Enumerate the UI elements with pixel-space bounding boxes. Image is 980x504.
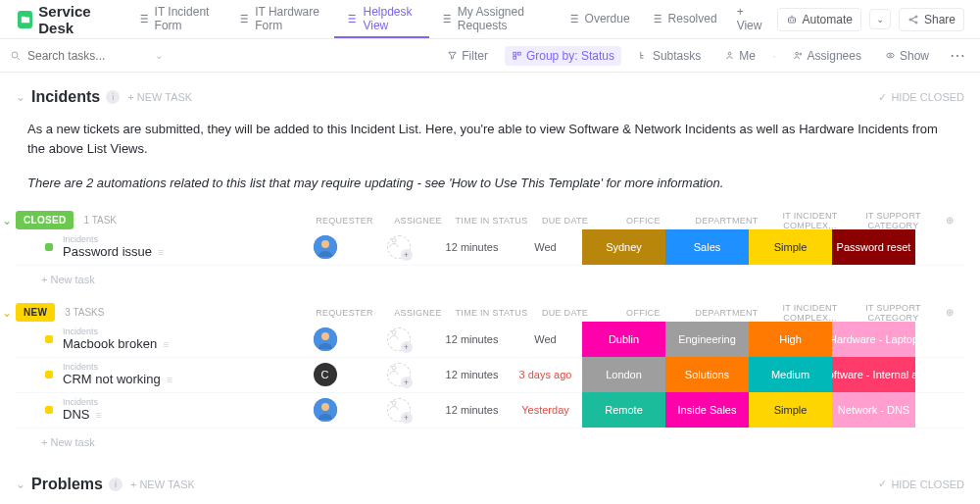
avatar[interactable]: C	[314, 363, 337, 386]
assignee-cell[interactable]	[362, 235, 435, 259]
tag-cell[interactable]: Network - DNS	[832, 392, 915, 428]
show-button[interactable]: Show	[878, 46, 936, 66]
task-row[interactable]: IncidentsCRM not working ≡C12 minutes3 d…	[16, 358, 964, 393]
assignee-cell[interactable]	[362, 328, 435, 351]
add-task-button[interactable]: + New task	[16, 266, 964, 293]
tab-resolved[interactable]: Resolved	[640, 0, 727, 38]
check-icon: ✓	[878, 478, 887, 490]
chevron-down-icon[interactable]: ⌄	[2, 306, 12, 320]
person-icon	[724, 50, 735, 61]
list-icon	[566, 12, 580, 25]
assignee-cell[interactable]	[362, 363, 435, 386]
due-date[interactable]: Wed	[509, 333, 582, 345]
avatar[interactable]	[314, 398, 337, 422]
column-header: REQUESTER	[308, 308, 381, 318]
assign-icon[interactable]	[387, 235, 411, 259]
status-badge[interactable]: CLOSED	[16, 211, 74, 229]
eye-icon	[885, 50, 896, 61]
tab-it-incident-form[interactable]: IT Incident Form	[126, 0, 227, 38]
subtasks-button[interactable]: Subtasks	[631, 46, 708, 66]
new-task-button[interactable]: + NEW TASK	[127, 91, 192, 103]
tag-cell[interactable]: Dublin	[582, 322, 665, 357]
automate-button[interactable]: Automate	[777, 8, 861, 31]
tag-cell[interactable]: Password reset	[832, 229, 915, 265]
task-name[interactable]: Password issue ≡	[63, 244, 288, 259]
tag-cell[interactable]: Solutions	[665, 357, 749, 392]
task-name[interactable]: CRM not working ≡	[63, 372, 288, 386]
due-date[interactable]: Wed	[509, 241, 582, 253]
tag-cell[interactable]: Simple	[749, 392, 832, 428]
svg-point-45	[12, 52, 18, 58]
svg-point-56	[321, 240, 329, 248]
avatar[interactable]	[314, 235, 337, 259]
assignee-cell[interactable]	[362, 398, 435, 422]
chevron-down-icon[interactable]: ⌄	[16, 478, 25, 491]
tabs: IT Incident FormIT Hardware FormHelpdesk…	[126, 0, 727, 38]
more-icon[interactable]: ⋯	[946, 46, 970, 65]
task-name[interactable]: DNS ≡	[63, 407, 288, 422]
task-row[interactable]: IncidentsDNS ≡12 minutesYesterdayRemoteI…	[16, 393, 964, 428]
tag-cell[interactable]: Engineering	[665, 322, 749, 357]
tab-overdue[interactable]: Overdue	[557, 0, 640, 38]
svg-point-53	[887, 53, 894, 58]
svg-point-63	[321, 403, 329, 411]
chevron-down-icon[interactable]: ⌄	[155, 50, 163, 61]
tab-helpdesk-view[interactable]: Helpdesk View	[334, 0, 428, 38]
tag-cell[interactable]: Software - Internal a...	[832, 357, 915, 392]
tag-cell[interactable]: London	[582, 357, 665, 392]
filter-button[interactable]: Filter	[440, 46, 495, 66]
due-date[interactable]: 3 days ago	[509, 369, 582, 380]
info-icon[interactable]: i	[106, 90, 120, 104]
group-by-button[interactable]: Group by: Status	[505, 46, 621, 66]
column-header: IT SUPPORT CATEGORY	[852, 303, 935, 323]
requester-cell: C	[288, 363, 362, 386]
group-icon	[512, 50, 522, 61]
tag-cell[interactable]: Hardware - Laptop	[832, 322, 915, 357]
me-button[interactable]: Me	[717, 46, 762, 66]
chevron-down-icon[interactable]: ⌄	[2, 214, 12, 227]
status-badge[interactable]: NEW	[16, 303, 55, 322]
search-input[interactable]	[27, 49, 145, 63]
tag-cell[interactable]: Sales	[665, 229, 749, 265]
tag-cell[interactable]: Sydney	[582, 229, 665, 265]
assign-icon[interactable]	[387, 328, 411, 351]
list-icon	[650, 12, 663, 25]
svg-point-54	[890, 55, 892, 57]
assign-icon[interactable]	[387, 363, 411, 386]
automate-caret[interactable]: ⌄	[869, 9, 891, 29]
share-button[interactable]: Share	[899, 8, 964, 31]
tag-cell[interactable]: Remote	[582, 392, 665, 428]
search-icon	[10, 50, 22, 62]
info-icon[interactable]: i	[109, 478, 122, 491]
tag-cell[interactable]: Inside Sales	[665, 392, 749, 428]
avatar[interactable]	[314, 328, 337, 351]
due-date[interactable]: Yesterday	[509, 404, 582, 416]
tag-cell[interactable]: High	[749, 322, 832, 357]
filterbar: ⌄ Filter Group by: Status Subtasks Me · …	[0, 39, 980, 73]
assignees-button[interactable]: Assignees	[786, 46, 868, 66]
tab-my-assigned-requests[interactable]: My Assigned Requests	[429, 0, 557, 38]
subtasks-icon	[638, 50, 649, 61]
column-header: TIME IN STATUS	[455, 216, 528, 226]
task-row[interactable]: IncidentsMacbook broken ≡12 minutesWedDu…	[16, 323, 964, 358]
chevron-down-icon[interactable]: ⌄	[16, 90, 25, 104]
task-name[interactable]: Macbook broken ≡	[63, 336, 288, 351]
add-column-button[interactable]: ⊕	[935, 307, 964, 318]
add-task-button[interactable]: + New task	[16, 428, 964, 456]
tag-cell[interactable]: Medium	[749, 357, 832, 392]
column-header: IT INCIDENT COMPLEX...	[768, 303, 852, 323]
section-description: As a new tickets are submitted, they wil…	[0, 112, 980, 201]
svg-rect-48	[517, 52, 520, 55]
svg-line-44	[911, 20, 915, 22]
search-wrap: ⌄	[10, 49, 163, 63]
task-row[interactable]: IncidentsPassword issue ≡12 minutesWedSy…	[16, 230, 964, 266]
hide-closed-button[interactable]: ✓ HIDE CLOSED	[878, 478, 964, 490]
folder-icon	[18, 11, 32, 28]
assign-icon[interactable]	[387, 398, 411, 422]
tab-it-hardware-form[interactable]: IT Hardware Form	[226, 0, 334, 38]
add-view-button[interactable]: + View	[727, 0, 777, 38]
hide-closed-button[interactable]: ✓ HIDE CLOSED	[878, 91, 964, 104]
tag-cell[interactable]: Simple	[749, 229, 832, 265]
add-column-button[interactable]: ⊕	[935, 215, 964, 226]
new-task-button[interactable]: + NEW TASK	[130, 479, 195, 490]
